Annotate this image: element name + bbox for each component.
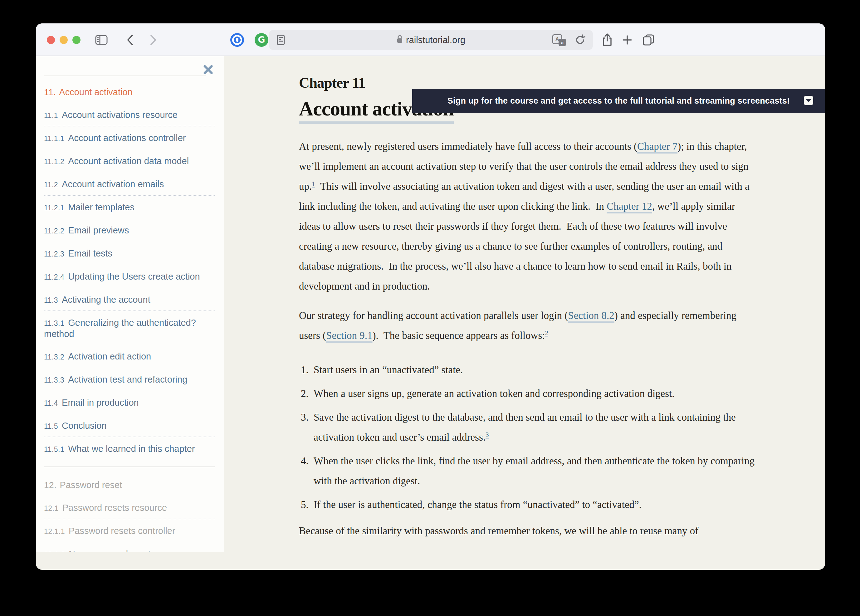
toc-item-11-3-1[interactable]: 11.3.1Generalizing the authenticated? me… — [44, 317, 215, 339]
forward-icon[interactable] — [147, 24, 160, 56]
toc-item-label: Account activations controller — [68, 133, 186, 143]
banner-collapse-button[interactable] — [804, 96, 813, 105]
back-icon[interactable] — [124, 24, 137, 56]
reload-icon[interactable] — [573, 30, 587, 50]
inline-link[interactable]: Section 8.2 — [568, 310, 614, 321]
toc-item-label: Conclusion — [62, 421, 107, 431]
sidebar-toggle-icon[interactable] — [94, 24, 108, 56]
onepassword-icon[interactable] — [230, 24, 244, 56]
toc-item-label: Password reset — [60, 480, 122, 490]
minimize-window-button[interactable] — [60, 36, 68, 44]
toc-item-11-5[interactable]: 11.5Conclusion — [44, 420, 215, 437]
toc-item-11-2-1[interactable]: 11.2.1Mailer templates — [44, 202, 215, 213]
toc-item-label: Password resets resource — [63, 503, 167, 513]
share-icon[interactable] — [600, 24, 614, 56]
toc-item-number: 11.1.1 — [44, 135, 64, 143]
url-text: railstutorial.org — [406, 35, 465, 45]
toc-item-label: Email tests — [68, 248, 112, 258]
toc-item-number: 12.1 — [44, 504, 59, 512]
close-window-button[interactable] — [47, 36, 55, 44]
toc-item-label: Activation test and refactoring — [68, 374, 187, 385]
new-tab-icon[interactable] — [620, 24, 634, 56]
toc-item-number: 11.1.2 — [44, 157, 64, 166]
inline-link[interactable]: Section 9.1 — [326, 330, 372, 341]
toc-item-label: Email previews — [68, 225, 129, 235]
toc-item-number: 11.2.3 — [44, 250, 64, 258]
toc-item-number: 11.3.1 — [44, 319, 64, 327]
browser-window: G — [36, 24, 825, 570]
toc-item-number: 11. — [44, 87, 56, 97]
toc-item-number: 11.5.1 — [44, 445, 64, 453]
toc-item-12-1-2[interactable]: 12.1.2New password resets — [44, 548, 215, 552]
toc-divider — [44, 467, 215, 467]
chapter-kicker: Chapter 11 — [299, 75, 758, 90]
toc-item-11-3[interactable]: 11.3Activating the account — [44, 294, 215, 311]
toc-item-label: Account activation — [59, 87, 132, 97]
toc-item-number: 12.1.1 — [44, 527, 65, 536]
toc-item-12[interactable]: 12.Password reset — [44, 479, 215, 490]
chevron-down-icon — [806, 99, 811, 102]
toc-item-label: What we learned in this chapter — [68, 444, 195, 454]
toc-item-label: New password resets — [69, 549, 155, 552]
inline-link[interactable]: Chapter 12 — [607, 201, 652, 212]
toc-item-11[interactable]: 11.Account activation — [44, 87, 215, 98]
banner-text: Sign up for the course and get access to… — [447, 96, 790, 106]
toc-item-11-2[interactable]: 11.2Account activation emails — [44, 179, 215, 196]
toc-item-label: Activation edit action — [68, 351, 151, 361]
toc-item-11-1[interactable]: 11.1Account activations resource — [44, 110, 215, 126]
toc-item-number: 11.5 — [44, 422, 58, 430]
footnote-link[interactable]: 2 — [545, 329, 548, 337]
toc-item-12-1-1[interactable]: 12.1.1Password resets controller — [44, 525, 215, 537]
toc-item-number: 11.4 — [44, 399, 58, 407]
toc-search-input[interactable] — [44, 56, 206, 76]
zoom-window-button[interactable] — [72, 36, 80, 44]
table-of-contents-panel: 11.Account activation11.1Account activat… — [36, 56, 224, 552]
toc-item-11-3-3[interactable]: 11.3.3Activation test and refactoring — [44, 374, 215, 385]
paragraph: At present, newly registered users immed… — [299, 137, 758, 296]
toc-item-11-1-1[interactable]: 11.1.1Account activations controller — [44, 133, 215, 144]
toc-item-11-5-1[interactable]: 11.5.1What we learned in this chapter — [44, 443, 215, 455]
list-item: When the user clicks the link, find the … — [299, 451, 758, 491]
toc-item-label: Password resets controller — [69, 526, 175, 536]
toc-item-label: Account activations resource — [62, 110, 177, 120]
main-content: Sign up for the course and get access to… — [224, 56, 825, 570]
toc-item-12-1[interactable]: 12.1Password resets resource — [44, 503, 215, 519]
toc-list: 11.Account activation11.1Account activat… — [44, 87, 215, 552]
chapter-article: Chapter 11 Account activation At present… — [299, 75, 758, 541]
toc-item-label: Generalizing the authenticated? method — [44, 318, 196, 339]
list-item: Save the activation digest to the databa… — [299, 407, 758, 447]
toc-item-11-2-2[interactable]: 11.2.2Email previews — [44, 225, 215, 236]
toc-item-number: 12. — [44, 480, 56, 490]
toc-item-number: 11.3 — [44, 296, 58, 304]
toc-item-label: Account activation emails — [62, 179, 164, 189]
activation-steps-list: Start users in an “unactivated” state.Wh… — [299, 360, 758, 515]
tabs-icon[interactable] — [640, 24, 656, 56]
list-item: If the user is authenticated, change the… — [299, 495, 758, 515]
toc-item-11-2-3[interactable]: 11.2.3Email tests — [44, 248, 215, 259]
browser-toolbar: G — [36, 24, 825, 56]
inline-link[interactable]: Chapter 7 — [637, 141, 678, 152]
close-icon[interactable] — [204, 65, 213, 74]
toc-item-number: 11.3.3 — [44, 376, 64, 384]
toc-item-label: Updating the Users create action — [68, 272, 200, 281]
list-item: Start users in an “unactivated” state. — [299, 360, 758, 380]
address-bar[interactable]: railstutorial.org A a — [269, 30, 593, 50]
toc-item-11-4[interactable]: 11.4Email in production — [44, 397, 215, 409]
toc-item-11-1-2[interactable]: 11.1.2Account activation data model — [44, 156, 215, 167]
translate-icon[interactable]: A a — [551, 30, 567, 50]
toc-item-label: Mailer templates — [68, 202, 135, 212]
toc-item-label: Account activation data model — [68, 156, 189, 166]
signup-banner: Sign up for the course and get access to… — [412, 89, 825, 113]
list-item: When a user signs up, generate an activa… — [299, 383, 758, 404]
toc-item-number: 11.1 — [44, 112, 58, 119]
toc-item-number: 11.2 — [44, 181, 58, 189]
grammarly-icon[interactable]: G — [254, 24, 269, 56]
footnote-link[interactable]: 3 — [485, 431, 489, 438]
toc-item-number: 12.1.2 — [44, 550, 65, 552]
toc-item-11-2-4[interactable]: 11.2.4Updating the Users create action — [44, 271, 215, 283]
toc-item-number: 11.2.1 — [44, 204, 64, 212]
footnote-link[interactable]: 1 — [312, 180, 315, 187]
toc-item-11-3-2[interactable]: 11.3.2Activation edit action — [44, 351, 215, 362]
toc-item-number: 11.2.2 — [44, 227, 64, 235]
toc-item-label: Email in production — [62, 398, 139, 407]
